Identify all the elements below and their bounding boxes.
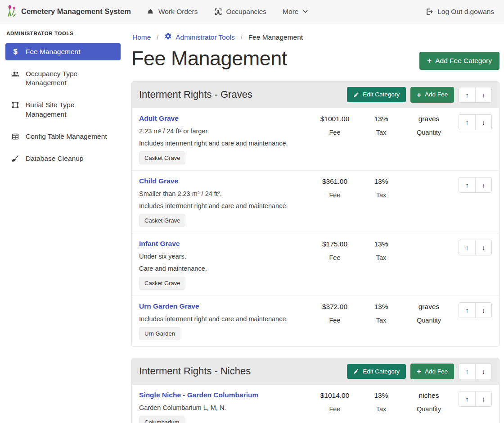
plus-icon: + xyxy=(417,368,421,375)
pencil-icon xyxy=(353,368,359,374)
fee-description: Includes interment right and care and ma… xyxy=(139,140,288,147)
add-fee-category-button[interactable]: + Add Fee Category xyxy=(419,52,500,70)
nav-occupancies[interactable]: Occupancies xyxy=(214,8,267,16)
fee-info: Infant Grave Under six years.Care and ma… xyxy=(139,240,311,290)
edit-category-button[interactable]: Edit Category xyxy=(347,87,406,102)
arrow-down-icon: ↓ xyxy=(482,91,486,99)
fee-quantity-value: niches xyxy=(404,391,454,400)
occupant-frame-icon xyxy=(214,8,222,16)
breadcrumb-separator: / xyxy=(157,34,158,41)
dollar-icon: $ xyxy=(11,48,20,55)
move-fee-up-button[interactable]: ↑ xyxy=(459,240,475,255)
fee-name-link[interactable]: Infant Grave xyxy=(139,240,180,248)
fee-tax-value: 13% xyxy=(359,240,404,248)
fee-name-link[interactable]: Child Grave xyxy=(139,177,178,185)
fee-name-link[interactable]: Urn Garden Grave xyxy=(139,302,199,310)
fee-description: Garden Columbarium L, M, N. xyxy=(139,404,226,411)
sidebar-item-burial-site-type-management[interactable]: Burial Site Type Management xyxy=(5,96,121,123)
plus-icon: + xyxy=(427,57,432,64)
move-fee-down-button[interactable]: ↓ xyxy=(475,303,491,318)
move-category-up-button[interactable]: ↑ xyxy=(459,364,475,379)
move-fee-up-button[interactable]: ↑ xyxy=(459,177,475,192)
fee-reorder-area: ↑ ↓ xyxy=(454,177,492,227)
fee-reorder-group: ↑ ↓ xyxy=(459,302,492,318)
fee-category-card-interment-rights-niches: Interment Rights - Niches Edit Category … xyxy=(131,358,500,423)
fee-amount-label: Fee xyxy=(311,129,359,136)
fee-description: Care and maintenance. xyxy=(139,265,207,272)
fee-reorder-group: ↑ ↓ xyxy=(459,177,492,193)
top-navbar: Cemetery Management System Work Orders O… xyxy=(0,0,504,23)
breadcrumb-home-link[interactable]: Home xyxy=(132,33,151,41)
fee-category-title: Interment Rights - Graves xyxy=(139,89,252,100)
sidebar-item-occupancy-type-management[interactable]: Occupancy Type Management xyxy=(5,65,121,91)
fee-amount-value: $175.00 xyxy=(311,240,359,248)
sidebar-item-database-cleanup[interactable]: Database Cleanup xyxy=(5,150,121,167)
fee-tax-value: 13% xyxy=(359,303,404,311)
sidebar-heading: ADMINISTRATOR TOOLS xyxy=(6,31,121,36)
move-category-down-button[interactable]: ↓ xyxy=(475,364,491,379)
fee-reorder-area: ↑ ↓ xyxy=(454,302,492,340)
arrow-down-icon: ↓ xyxy=(482,306,486,314)
move-category-down-button[interactable]: ↓ xyxy=(475,87,491,102)
fee-descriptions: Garden Columbarium L, M, N. xyxy=(139,399,226,411)
fee-quantity-value: graves xyxy=(404,115,454,123)
fee-list: Adult Grave 2.23 m² / 24 ft² or larger.I… xyxy=(132,108,499,346)
move-fee-down-button[interactable]: ↓ xyxy=(475,115,491,130)
sidebar-item-label: Burial Site Type Management xyxy=(26,100,115,118)
sidebar-item-label: Config Table Management xyxy=(26,132,107,141)
arrow-down-icon: ↓ xyxy=(482,244,486,251)
fee-category-header: Interment Rights - Graves Edit Category … xyxy=(132,82,499,108)
fee-descriptions: Smaller than 2.23 m² / 24 ft².Includes i… xyxy=(139,185,288,209)
sidebar-item-label: Fee Management xyxy=(26,47,81,56)
arrow-up-icon: ↑ xyxy=(465,91,469,99)
fee-reorder-group: ↑ ↓ xyxy=(459,391,492,407)
add-fee-button[interactable]: + Add Fee xyxy=(410,364,454,379)
fee-quantity-label: Quantity xyxy=(404,405,454,413)
fee-tax-column: 13% Tax xyxy=(359,391,404,423)
arrow-up-icon: ↑ xyxy=(465,368,469,375)
breadcrumb-separator: / xyxy=(241,34,243,41)
logout-link[interactable]: Log Out d.gowans xyxy=(425,8,494,16)
move-fee-up-button[interactable]: ↑ xyxy=(459,303,475,318)
sidebar-item-config-table-management[interactable]: Config Table Management xyxy=(5,128,121,145)
fee-amount-value: $361.00 xyxy=(311,177,359,186)
fee-row: Child Grave Smaller than 2.23 m² / 24 ft… xyxy=(132,170,499,233)
fee-description: 2.23 m² / 24 ft² or larger. xyxy=(139,127,288,135)
fee-type-badge: Urn Garden xyxy=(139,327,180,340)
fee-description: Under six years. xyxy=(139,253,207,260)
edit-category-button[interactable]: Edit Category xyxy=(347,364,406,379)
fee-description: Includes interment right and care and ma… xyxy=(139,202,288,209)
fee-quantity-value: graves xyxy=(404,303,454,311)
app-title: Cemetery Management System xyxy=(21,7,131,16)
breadcrumb-current: Fee Management xyxy=(248,33,303,41)
breadcrumb-admin-tools-link[interactable]: Administrator Tools xyxy=(164,32,235,42)
fee-amount-value: $372.00 xyxy=(311,303,359,311)
page-title: Fee Management xyxy=(131,47,287,70)
pencil-icon xyxy=(353,92,359,98)
add-fee-button[interactable]: + Add Fee xyxy=(410,87,454,103)
move-fee-down-button[interactable]: ↓ xyxy=(475,391,491,406)
fee-type-badge: Casket Grave xyxy=(139,151,185,164)
app-brand-link[interactable]: Cemetery Management System xyxy=(6,4,131,19)
fee-tax-column: 13% Tax xyxy=(359,114,404,164)
move-fee-down-button[interactable]: ↓ xyxy=(475,177,491,192)
hard-hat-icon xyxy=(146,8,154,16)
fee-name-link[interactable]: Adult Grave xyxy=(139,114,179,123)
gear-icon xyxy=(164,32,172,42)
fee-amount-label: Fee xyxy=(311,191,359,199)
nav-work-orders[interactable]: Work Orders xyxy=(146,8,198,16)
arrow-down-icon: ↓ xyxy=(482,395,486,403)
breadcrumb: Home / Administrator Tools / Fee Managem… xyxy=(132,32,500,42)
nav-more[interactable]: More xyxy=(283,8,308,16)
fee-descriptions: Under six years.Care and maintenance. xyxy=(139,248,207,272)
move-fee-up-button[interactable]: ↑ xyxy=(459,391,475,406)
fee-amount-column: $1001.00 Fee xyxy=(311,114,359,164)
fee-reorder-group: ↑ ↓ xyxy=(459,240,492,255)
fee-name-link[interactable]: Single Niche - Garden Columbarium xyxy=(139,391,258,399)
move-fee-down-button[interactable]: ↓ xyxy=(475,240,491,255)
move-category-up-button[interactable]: ↑ xyxy=(459,87,475,102)
move-fee-up-button[interactable]: ↑ xyxy=(459,115,475,130)
fee-descriptions: 2.23 m² / 24 ft² or larger.Includes inte… xyxy=(139,123,288,147)
sidebar-item-fee-management[interactable]: $ Fee Management xyxy=(5,43,121,60)
fee-tax-label: Tax xyxy=(359,317,404,324)
